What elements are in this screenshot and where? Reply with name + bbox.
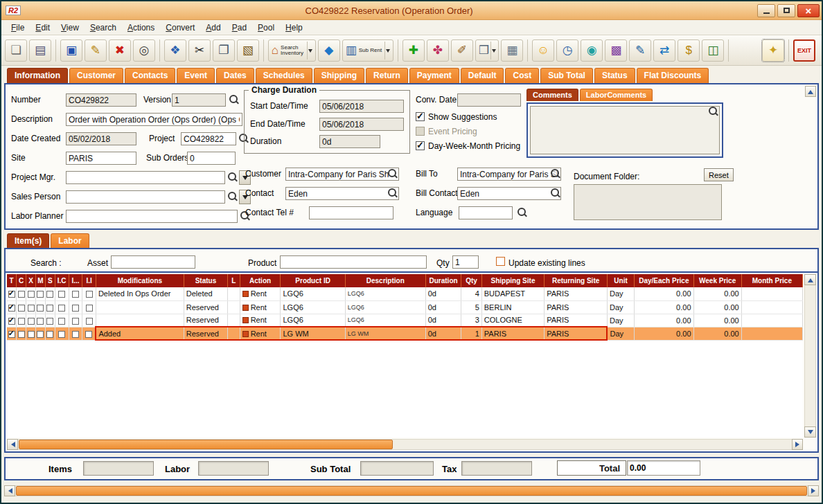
language-field[interactable]	[459, 206, 513, 219]
col-header-s[interactable]: S	[45, 274, 55, 287]
bill-contact-lookup-icon[interactable]	[550, 188, 560, 198]
copy-button[interactable]: ❐	[213, 39, 235, 62]
maximize-button[interactable]	[777, 4, 795, 17]
wand-button[interactable]: ✦	[762, 39, 784, 62]
window-hscroll-right-button[interactable]	[808, 485, 819, 496]
find-button[interactable]: ◎	[133, 39, 155, 62]
version-field[interactable]	[172, 93, 226, 107]
row-checkbox[interactable]	[72, 305, 79, 312]
tab-payment[interactable]: Payment	[409, 68, 459, 83]
menu-actions[interactable]: Actions	[122, 21, 160, 34]
labor-total-field[interactable]	[198, 461, 269, 476]
row-checkbox[interactable]	[86, 291, 93, 298]
memo-button[interactable]: ✐	[451, 39, 473, 62]
row-checkbox[interactable]	[28, 331, 35, 338]
tab-shipping[interactable]: Shipping	[314, 68, 364, 83]
row-checkbox[interactable]	[72, 318, 79, 325]
update-existing-lines-checkbox[interactable]	[496, 257, 505, 266]
paste-button[interactable]: ▧	[237, 39, 259, 62]
row-checkbox[interactable]	[37, 291, 44, 298]
row-checkbox[interactable]	[58, 305, 65, 312]
col-header-c[interactable]: C	[17, 274, 26, 287]
asset-input[interactable]	[111, 255, 195, 269]
conv-date-field[interactable]	[457, 93, 521, 107]
save-button[interactable]: ▣	[60, 39, 82, 62]
row-checkbox[interactable]	[46, 331, 53, 338]
version-lookup-icon[interactable]	[229, 94, 239, 105]
product-input[interactable]	[280, 255, 427, 269]
menu-convert[interactable]: Convert	[160, 21, 200, 34]
pool-button[interactable]: ✤	[427, 39, 449, 62]
row-checkbox[interactable]	[85, 331, 92, 338]
row-checkbox[interactable]	[18, 331, 25, 338]
products-cube-button[interactable]: ▩	[605, 39, 627, 62]
tab-comments[interactable]: Comments	[526, 89, 578, 101]
tab-schedules[interactable]: Schedules	[256, 68, 312, 83]
duration-field[interactable]	[319, 135, 380, 148]
tab-contacts[interactable]: Contacts	[125, 68, 175, 83]
tab-status[interactable]: Status	[594, 68, 635, 83]
bill-to-field[interactable]	[457, 168, 561, 181]
language-lookup-icon[interactable]	[517, 207, 527, 217]
tab-return[interactable]: Return	[366, 68, 408, 83]
tab-dates[interactable]: Dates	[216, 68, 254, 83]
print-button[interactable]: ▤	[29, 39, 51, 62]
menu-edit[interactable]: Edit	[30, 21, 55, 34]
col-header-i-c[interactable]: I.C	[55, 274, 69, 287]
row-checkbox[interactable]	[46, 305, 53, 312]
items-hscroll-right-button[interactable]	[792, 439, 803, 450]
items-vscroll-up-button[interactable]	[804, 274, 816, 285]
register-button[interactable]: ◫	[702, 39, 724, 62]
info-scroll-up-button[interactable]	[805, 86, 816, 97]
row-checkbox[interactable]	[8, 331, 15, 338]
row-checkbox[interactable]	[37, 318, 44, 325]
row-checkbox[interactable]	[46, 318, 53, 325]
menu-add[interactable]: Add	[200, 21, 226, 34]
pad-button[interactable]: ❒	[475, 39, 499, 62]
project-mgr-lookup-icon[interactable]	[227, 172, 238, 182]
total-field[interactable]	[627, 460, 700, 476]
number-field[interactable]	[66, 93, 136, 107]
order-notes-button[interactable]: ✎	[629, 39, 651, 62]
add-line-button[interactable]: ✚	[402, 39, 425, 62]
project-field[interactable]	[181, 132, 236, 145]
customer-field[interactable]	[285, 168, 399, 181]
edit-button[interactable]: ✎	[85, 39, 107, 62]
col-header-m[interactable]: M	[35, 274, 45, 287]
col-header-shipping-site[interactable]: Shipping Site	[481, 274, 544, 287]
event-pricing-checkbox[interactable]	[416, 127, 425, 136]
item-row[interactable]: Deleted In Ops OrderDeletedRentLGQ6LGQ60…	[7, 287, 803, 300]
menu-view[interactable]: View	[55, 21, 85, 34]
search-inventory-dropdown-arrow[interactable]	[307, 42, 314, 60]
row-checkbox[interactable]	[18, 318, 25, 325]
col-header-duration[interactable]: Duration	[425, 274, 461, 287]
tab-flat-discounts[interactable]: Flat Discounts	[637, 68, 709, 83]
contact-lookup-icon[interactable]	[387, 188, 398, 198]
col-header-i[interactable]: I...	[69, 274, 82, 287]
col-header-x[interactable]: X	[26, 274, 36, 287]
document-folder-area[interactable]	[574, 184, 722, 220]
menu-search[interactable]: Search	[85, 21, 122, 34]
money-button[interactable]: $	[678, 39, 700, 62]
site-button[interactable]: ▦	[501, 39, 523, 62]
tab-sub-total[interactable]: Sub Total	[540, 68, 593, 83]
items-hscroll-left-button[interactable]	[7, 439, 18, 450]
comments-text-area[interactable]	[530, 106, 720, 154]
col-header-t[interactable]: T	[7, 274, 17, 287]
col-header-action[interactable]: Action	[240, 274, 281, 287]
tax-field[interactable]	[461, 461, 532, 476]
customer-lookup-icon[interactable]	[387, 168, 398, 179]
comments-lookup-icon[interactable]	[708, 106, 718, 116]
tab-labor[interactable]: Labor	[51, 233, 89, 249]
tab-cost[interactable]: Cost	[505, 68, 539, 83]
items-total-field[interactable]	[83, 461, 154, 476]
bill-to-lookup-icon[interactable]	[550, 168, 560, 179]
row-checkbox[interactable]	[18, 305, 25, 312]
project-mgr-field[interactable]	[66, 171, 225, 184]
tab-laborcomments[interactable]: LaborComments	[580, 89, 653, 101]
sub-rent-button[interactable]: ▥Sub Rent	[342, 39, 393, 62]
col-header-qty[interactable]: Qty	[461, 274, 481, 287]
day-week-month-pricing-checkbox[interactable]	[416, 141, 425, 150]
items-vscroll-track[interactable]	[804, 274, 816, 438]
sales-person-lookup-icon[interactable]	[227, 191, 238, 201]
